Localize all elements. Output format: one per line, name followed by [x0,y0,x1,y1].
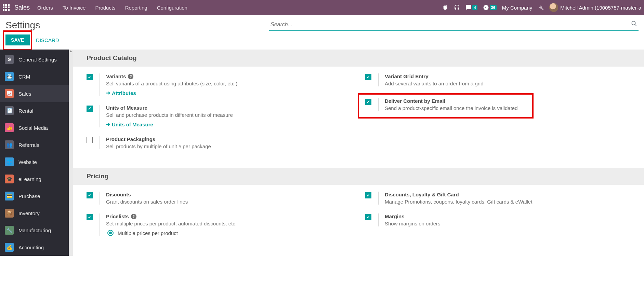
sidebar-item-sales[interactable]: 📈Sales [0,85,73,102]
website-icon: 🌐 [5,157,14,166]
radio-multiple-prices[interactable] [107,230,114,236]
setting-variant-grid: Variant Grid Entry Add several variants … [365,73,630,86]
setting-desc-deliver-email: Send a product-specific email once the i… [385,105,630,111]
accounting-icon: 💰 [5,243,14,252]
setting-title-variants: Variants [106,73,126,79]
setting-loyalty: Discounts, Loyalty & Gift Card Manage Pr… [365,192,630,205]
nav-products[interactable]: Products [95,5,115,11]
sidebar-item-label: Social Media [18,125,48,131]
search-icon[interactable] [631,20,637,28]
section-header-pricing: Pricing [73,168,644,185]
activities-icon[interactable]: 36 [483,4,497,11]
user-name: Mitchell Admin (19005757-master-a [560,5,641,11]
sales-icon: 📈 [5,89,14,98]
messages-icon[interactable]: 4 [465,4,477,11]
sidebar-item-label: eLearning [18,176,41,182]
gear-icon: ⚙ [5,55,14,64]
user-menu[interactable]: Mitchell Admin (19005757-master-a [549,3,641,12]
setting-variants: Variants ? Sell variants of a product us… [87,73,352,96]
referrals-icon: 👥 [5,140,14,149]
sidebar-item-label: Website [18,159,37,165]
help-icon[interactable]: ? [131,214,136,219]
sidebar-item-purchase[interactable]: 💳Purchase [0,188,73,205]
sidebar-item-label: CRM [18,74,30,80]
setting-title-deliver-email: Deliver Content by Email [385,98,445,104]
inventory-icon: 📦 [5,209,14,218]
search-input[interactable] [271,22,631,28]
crm-icon: 📇 [5,72,14,81]
checkbox-variants[interactable] [87,74,93,80]
sidebar-item-inventory[interactable]: 📦Inventory [0,205,73,222]
setting-packagings: Product Packagings Sell products by mult… [87,136,352,149]
nav-orders[interactable]: Orders [37,5,53,11]
setting-title-variant-grid: Variant Grid Entry [385,73,429,79]
sidebar-item-rental[interactable]: 🧾Rental [0,102,73,119]
sidebar-item-label: General Settings [18,57,57,63]
sidebar-item-label: Purchase [18,193,40,199]
help-icon[interactable]: ? [128,74,133,79]
save-button[interactable]: SAVE [5,34,30,45]
search-wrap [269,19,639,31]
sidebar-item-crm[interactable]: 📇CRM [0,68,73,85]
tools-icon[interactable] [538,4,544,11]
checkbox-packagings[interactable] [87,137,93,143]
sidebar-item-elearning[interactable]: 🎓eLearning [0,170,73,188]
checkbox-variant-grid[interactable] [365,74,371,80]
sidebar-item-accounting[interactable]: 💰Accounting [0,239,73,256]
setting-desc-margins: Show margins on orders [385,221,630,226]
header-row: Settings [0,15,644,31]
checkbox-loyalty[interactable] [365,192,371,198]
setting-desc-packagings: Sell products by multiple of unit # per … [106,143,352,149]
checkbox-pricelists[interactable] [87,214,93,220]
setting-desc-uom: Sell and purchase products in different … [106,112,352,118]
checkbox-margins[interactable] [365,214,371,220]
arrow-right-icon: ➔ [106,121,110,127]
nav-configuration[interactable]: Configuration [157,5,187,11]
sidebar-item-label: Inventory [18,210,40,216]
support-icon[interactable] [454,4,460,11]
setting-title-uom: Units of Measure [106,105,147,111]
sidebar-item-referrals[interactable]: 👥Referrals [0,136,73,153]
setting-desc-discounts: Grant discounts on sales order lines [106,199,352,205]
activities-badge: 36 [490,5,497,10]
bug-icon[interactable] [442,4,448,11]
app-brand[interactable]: Sales [14,4,30,11]
main: ⚙General Settings📇CRM📈Sales🧾Rental👍Socia… [0,50,644,256]
sidebar-scrollbar[interactable] [69,50,73,256]
setting-title-packagings: Product Packagings [106,136,155,142]
setting-desc-loyalty: Manage Promotions, coupons, loyalty card… [385,199,630,205]
setting-margins: Margins Show margins on orders [365,213,630,226]
sidebar-item-label: Accounting [18,245,44,250]
setting-pricelists: Pricelists ? Set multiple prices per pro… [87,213,352,236]
arrow-right-icon: ➔ [106,90,110,96]
manufacturing-icon: 🔧 [5,226,14,235]
checkbox-discounts[interactable] [87,192,93,198]
setting-deliver-email: Deliver Content by Email Send a product-… [365,98,630,111]
nav-to-invoice[interactable]: To Invoice [63,5,86,11]
sidebar-item-label: Manufacturing [18,227,51,233]
sidebar-item-label: Sales [18,91,31,97]
setting-title-margins: Margins [385,213,405,219]
nav-reporting[interactable]: Reporting [125,5,147,11]
sidebar-item-website[interactable]: 🌐Website [0,153,73,170]
settings-sidebar: ⚙General Settings📇CRM📈Sales🧾Rental👍Socia… [0,50,73,256]
setting-desc-pricelists: Set multiple prices per product, automat… [106,221,352,226]
sidebar-item-social-media[interactable]: 👍Social Media [0,119,73,136]
elearning-icon: 🎓 [5,175,14,183]
messages-badge: 4 [472,5,477,10]
sidebar-item-label: Rental [18,108,33,114]
sidebar-item-general-settings[interactable]: ⚙General Settings [0,51,73,68]
svg-point-0 [632,21,635,25]
company-selector[interactable]: My Company [502,5,532,11]
apps-icon[interactable] [3,4,10,11]
setting-desc-variants: Sell variants of a product using attribu… [106,81,352,86]
link-attributes[interactable]: ➔ Attributes [106,90,136,96]
sidebar-item-label: Referrals [18,142,39,148]
sidebar-item-manufacturing[interactable]: 🔧Manufacturing [0,222,73,239]
checkbox-uom[interactable] [87,106,93,112]
link-uom[interactable]: ➔ Units of Measure [106,121,153,127]
discard-button[interactable]: DISCARD [36,37,59,43]
checkbox-deliver-email[interactable] [365,99,371,105]
setting-uom: Units of Measure Sell and purchase produ… [87,105,352,127]
actions-row: SAVE DISCARD [0,31,644,50]
